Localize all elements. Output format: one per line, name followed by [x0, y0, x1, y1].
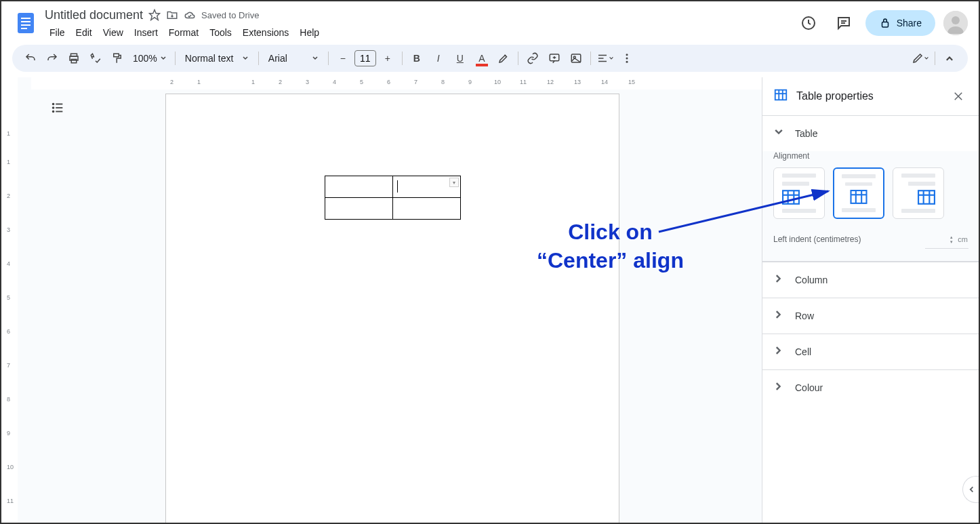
editing-mode-button[interactable]	[910, 48, 931, 68]
insert-link-button[interactable]	[523, 48, 543, 68]
indent-stepper-icon[interactable]: ▴▾	[950, 235, 953, 244]
font-select[interactable]: Arial	[263, 53, 324, 64]
document-table[interactable]: ▾	[325, 176, 461, 220]
saved-status: Saved to Drive	[201, 10, 259, 20]
close-panel-button[interactable]	[949, 87, 968, 106]
text-cursor	[397, 180, 398, 193]
redo-button[interactable]	[42, 48, 62, 68]
bold-button[interactable]: B	[407, 48, 427, 68]
toolbar: 100% Normal text Arial − + B I U A	[12, 45, 968, 72]
menu-view[interactable]: View	[98, 24, 128, 41]
panel-title: Table properties	[796, 90, 941, 102]
horizontal-ruler: 2 1 1 2 3 4 5 6 7 8 9 10 11 12 13 14 15	[31, 77, 762, 89]
svg-rect-1	[21, 18, 30, 19]
chevron-right-icon	[773, 381, 784, 395]
svg-rect-15	[114, 54, 119, 57]
paint-format-button[interactable]	[107, 48, 127, 68]
history-icon[interactable]	[795, 9, 822, 37]
print-button[interactable]	[64, 48, 84, 68]
vertical-ruler: 1 1 2 3 4 5 6 7 8 9 10 11 12	[1, 77, 18, 523]
align-button[interactable]	[595, 48, 615, 68]
svg-rect-33	[775, 90, 787, 100]
insert-image-button[interactable]	[566, 48, 586, 68]
svg-rect-4	[21, 28, 27, 29]
table-cell[interactable]	[393, 198, 461, 220]
undo-button[interactable]	[20, 48, 41, 68]
share-label: Share	[897, 18, 922, 28]
svg-point-32	[53, 111, 54, 113]
document-page[interactable]: ▾	[165, 94, 619, 523]
more-button[interactable]	[617, 48, 637, 68]
table-icon	[773, 87, 788, 105]
svg-rect-47	[918, 190, 935, 204]
chevron-right-icon	[773, 345, 784, 359]
svg-point-11	[952, 16, 960, 24]
menu-help[interactable]: Help	[295, 24, 324, 41]
svg-rect-3	[21, 24, 30, 26]
underline-button[interactable]: U	[450, 48, 470, 68]
document-area: 2 1 1 2 3 4 5 6 7 8 9 10 11 12 13 14 15	[18, 77, 762, 523]
svg-rect-39	[783, 190, 799, 204]
svg-rect-9	[882, 22, 888, 28]
cell-dropdown-icon[interactable]: ▾	[449, 178, 459, 187]
insert-comment-button[interactable]	[544, 48, 565, 68]
menu-bar: File Edit View Insert Format Tools Exten…	[45, 24, 790, 41]
text-color-button[interactable]: A	[472, 48, 492, 68]
svg-marker-5	[150, 10, 160, 20]
move-folder-icon[interactable]	[166, 9, 178, 21]
spellcheck-button[interactable]	[85, 48, 106, 68]
font-size-decrease[interactable]: −	[333, 48, 353, 68]
section-column-header[interactable]: Column	[762, 262, 979, 298]
document-title[interactable]: Untitled document	[45, 8, 143, 22]
collapse-toolbar-button[interactable]	[939, 48, 960, 68]
menu-extensions[interactable]: Extensions	[238, 24, 293, 41]
section-colour-header[interactable]: Colour	[762, 370, 979, 405]
table-cell[interactable]	[325, 176, 393, 198]
user-avatar[interactable]	[943, 11, 968, 35]
section-cell-header[interactable]: Cell	[762, 334, 979, 369]
alignment-label: Alignment	[773, 151, 968, 161]
section-row-header[interactable]: Row	[762, 298, 979, 334]
docs-logo-icon[interactable]	[12, 9, 39, 37]
section-table-header[interactable]: Table	[762, 116, 979, 151]
chevron-right-icon	[773, 273, 784, 287]
svg-point-24	[626, 54, 628, 56]
svg-point-25	[626, 58, 628, 60]
table-cell[interactable]	[325, 198, 393, 220]
align-left-option[interactable]	[773, 167, 825, 219]
svg-rect-0	[18, 13, 34, 33]
cloud-saved-icon[interactable]	[184, 9, 196, 21]
star-icon[interactable]	[148, 9, 161, 21]
table-properties-panel: Table properties Table Alignment	[762, 77, 979, 523]
title-area: Untitled document Saved to Drive File Ed…	[45, 5, 790, 41]
app-header: Untitled document Saved to Drive File Ed…	[1, 1, 979, 45]
font-size-input[interactable]	[354, 50, 376, 66]
menu-format[interactable]: Format	[164, 24, 203, 41]
italic-button[interactable]: I	[428, 48, 449, 68]
menu-file[interactable]: File	[45, 24, 70, 41]
comments-icon[interactable]	[830, 9, 857, 37]
paragraph-style-select[interactable]: Normal text	[180, 53, 254, 64]
svg-point-30	[53, 104, 54, 105]
menu-tools[interactable]: Tools	[205, 24, 237, 41]
share-button[interactable]: Share	[865, 10, 935, 36]
align-center-option[interactable]	[833, 167, 884, 219]
highlight-button[interactable]	[493, 48, 514, 68]
svg-rect-43	[851, 190, 867, 203]
svg-point-31	[53, 107, 54, 108]
table-cell[interactable]: ▾	[393, 176, 461, 198]
chevron-down-icon	[773, 127, 784, 140]
svg-rect-2	[21, 21, 30, 22]
font-size-increase[interactable]: +	[377, 48, 398, 68]
menu-edit[interactable]: Edit	[71, 24, 97, 41]
chevron-right-icon	[773, 309, 784, 323]
indent-label: Left indent (centimetres)	[773, 235, 861, 244]
zoom-select[interactable]: 100%	[129, 53, 171, 64]
outline-toggle-icon[interactable]	[47, 98, 68, 118]
menu-insert[interactable]: Insert	[129, 24, 163, 41]
indent-unit: cm	[958, 235, 968, 243]
svg-point-26	[626, 61, 628, 63]
align-right-option[interactable]	[893, 167, 944, 219]
